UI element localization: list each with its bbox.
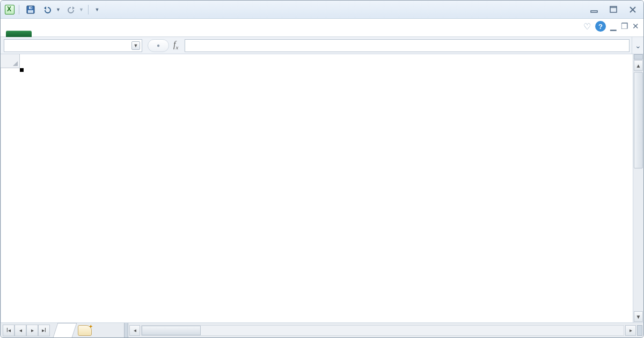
workbook-minimize-icon[interactable]: ▁ xyxy=(610,21,617,31)
customize-qat-button[interactable]: ▼ xyxy=(93,4,101,16)
tab-page-layout[interactable] xyxy=(104,29,131,36)
sheet-nav-prev-icon[interactable]: ◂ xyxy=(14,325,26,336)
window-controls xyxy=(589,5,639,14)
vertical-split-handle[interactable] xyxy=(634,54,643,60)
new-sheet-button[interactable] xyxy=(78,325,92,336)
sheet-nav-first-icon[interactable]: I◂ xyxy=(3,325,14,336)
svg-rect-4 xyxy=(591,11,597,12)
scroll-up-icon[interactable]: ▲ xyxy=(634,60,643,71)
scroll-down-icon[interactable]: ▼ xyxy=(634,311,643,322)
formula-bar[interactable] xyxy=(185,39,630,52)
horizontal-scrollbar[interactable]: ◂ ▸ xyxy=(128,323,643,337)
close-button[interactable] xyxy=(627,5,639,14)
tab-split-handle[interactable] xyxy=(124,323,128,337)
tab-view[interactable] xyxy=(215,29,243,36)
horizontal-split-handle[interactable] xyxy=(637,325,642,336)
undo-dropdown-icon[interactable]: ▼ xyxy=(56,7,61,12)
redo-dropdown-icon[interactable]: ▼ xyxy=(79,7,84,12)
heart-icon[interactable]: ♡ xyxy=(583,21,591,32)
undo-button[interactable] xyxy=(41,4,55,16)
tab-home[interactable] xyxy=(48,29,76,36)
redo-button[interactable] xyxy=(64,4,78,16)
vertical-scroll-thumb[interactable] xyxy=(634,72,643,168)
vertical-scrollbar[interactable]: ▲ ▼ xyxy=(633,54,643,322)
fx-icon[interactable]: fx xyxy=(173,40,178,50)
maximize-button[interactable] xyxy=(608,5,620,14)
help-icon[interactable]: ? xyxy=(595,21,606,32)
tab-formulas[interactable] xyxy=(131,29,159,36)
expand-formula-bar-icon[interactable]: ⌄ xyxy=(632,37,643,54)
svg-rect-3 xyxy=(31,7,32,9)
ribbon-tabs: ♡ ? ▁ ❐ ✕ xyxy=(1,19,643,37)
excel-window: ▼ ▼ ▼ ♡ ? ▁ ❐ ✕ xyxy=(0,0,644,338)
row-headers xyxy=(1,68,20,322)
sheet-nav-last-icon[interactable]: ▸I xyxy=(38,325,50,336)
worksheet-area: ▲ ▼ xyxy=(1,54,643,322)
quick-access-toolbar: ▼ ▼ ▼ xyxy=(5,4,101,16)
cancel-formula-button[interactable]: ● xyxy=(148,39,169,52)
select-all-corner[interactable] xyxy=(1,54,20,68)
scroll-left-icon[interactable]: ◂ xyxy=(129,325,140,336)
workbook-restore-icon[interactable]: ❐ xyxy=(621,21,628,31)
name-box-dropdown-icon[interactable]: ▼ xyxy=(131,41,140,50)
file-tab[interactable] xyxy=(6,31,32,37)
active-cell-cursor xyxy=(20,68,23,71)
scroll-right-icon[interactable]: ▸ xyxy=(625,325,636,336)
tab-data[interactable] xyxy=(159,29,187,36)
save-button[interactable] xyxy=(24,4,38,16)
excel-app-icon[interactable] xyxy=(5,5,14,14)
sheet-tab-sheet1[interactable] xyxy=(53,323,77,337)
sheet-nav-buttons: I◂ ◂ ▸ ▸I xyxy=(1,323,52,337)
horizontal-scroll-thumb[interactable] xyxy=(142,326,201,335)
workbook-close-icon[interactable]: ✕ xyxy=(632,21,639,31)
sheet-tab-bar: I◂ ◂ ▸ ▸I ◂ ▸ xyxy=(1,322,643,337)
cell-grid[interactable] xyxy=(20,68,633,322)
tab-review[interactable] xyxy=(187,29,215,36)
formula-bar-row: ▼ ● fx ⌄ xyxy=(1,37,643,54)
svg-rect-1 xyxy=(28,10,33,13)
sheet-nav-next-icon[interactable]: ▸ xyxy=(26,325,38,336)
tab-insert[interactable] xyxy=(76,29,104,36)
title-bar: ▼ ▼ ▼ xyxy=(1,1,643,19)
minimize-button[interactable] xyxy=(589,5,601,14)
name-box[interactable]: ▼ xyxy=(4,39,142,52)
